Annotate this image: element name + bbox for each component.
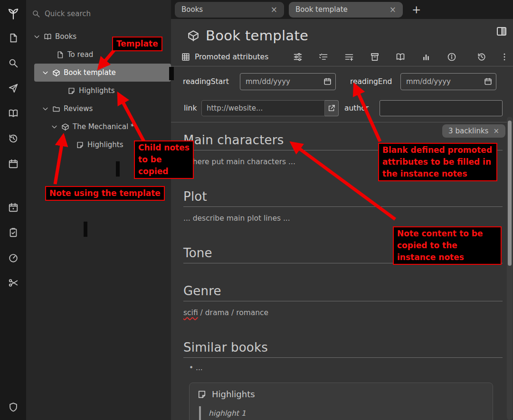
calendar-icon[interactable] bbox=[8, 159, 19, 169]
backlinks-badge[interactable]: 3 backlinks × bbox=[442, 124, 505, 138]
attr-label-reading-start: readingStart bbox=[183, 77, 240, 86]
child-note-title: Highlights bbox=[212, 389, 255, 399]
section-tone: Tone bbox=[183, 246, 503, 263]
sprout-logo-icon[interactable] bbox=[7, 8, 19, 20]
close-icon[interactable]: × bbox=[390, 6, 396, 14]
book-open-icon bbox=[44, 33, 52, 41]
tree-item-to-read[interactable]: To read bbox=[26, 46, 171, 64]
section-heading[interactable]: Tone bbox=[183, 246, 503, 260]
book-open-icon[interactable] bbox=[396, 52, 405, 62]
note-icon[interactable] bbox=[8, 33, 19, 43]
attr-label-reading-end: readingEnd bbox=[350, 77, 400, 86]
attr-label-author: author bbox=[344, 104, 380, 112]
tree-item-book-template[interactable]: Book template bbox=[34, 64, 171, 82]
close-icon[interactable]: × bbox=[493, 127, 499, 135]
sliders-icon[interactable] bbox=[293, 52, 303, 62]
bar-chart-icon[interactable] bbox=[421, 52, 431, 62]
tree-item-label: To read bbox=[67, 50, 93, 59]
heading-divider bbox=[183, 301, 503, 301]
tree-item-label: Book template bbox=[64, 68, 116, 77]
tab-books[interactable]: Books × bbox=[175, 2, 284, 18]
tree-item-label: Books bbox=[55, 32, 76, 41]
note-corner-icon bbox=[76, 141, 84, 149]
tree-item-highlights[interactable]: Highlights bbox=[26, 82, 171, 100]
section-body[interactable]: scifi / drama / romance bbox=[183, 308, 503, 318]
section-heading[interactable]: Plot bbox=[183, 189, 503, 204]
open-link-button[interactable] bbox=[325, 100, 339, 116]
tree-item-books[interactable]: Books bbox=[26, 28, 171, 46]
section-body[interactable]: ... here put main characters ... bbox=[183, 157, 503, 167]
tree-item-highlights-2[interactable]: Highlights bbox=[26, 136, 171, 154]
calendar-icon[interactable] bbox=[323, 77, 332, 85]
section-body[interactable]: ... describe main plot lines ... bbox=[183, 214, 503, 224]
note-editor[interactable]: Main characters ... here put main charac… bbox=[171, 122, 513, 420]
misspelled-word: scifi bbox=[183, 308, 198, 317]
heading-divider bbox=[183, 357, 503, 358]
chevron-down-icon[interactable] bbox=[51, 123, 58, 131]
tab-bar: Books × Book template × + bbox=[171, 0, 513, 19]
archive-icon[interactable] bbox=[370, 52, 380, 62]
folder-icon bbox=[52, 105, 60, 113]
search-icon[interactable] bbox=[8, 58, 19, 68]
tab-label: Books bbox=[181, 5, 203, 14]
list-check-icon[interactable] bbox=[319, 52, 328, 62]
split-pane-icon[interactable] bbox=[496, 26, 507, 37]
chevron-down-icon[interactable] bbox=[33, 33, 40, 40]
ribbon-tab-label: Promoted attributes bbox=[195, 53, 268, 61]
note-corner-icon bbox=[67, 87, 76, 95]
attr-label-link: link bbox=[184, 104, 201, 112]
reading-end-input[interactable] bbox=[400, 73, 496, 90]
tree-item-the-mechanical[interactable]: The Mechanical * bbox=[26, 118, 171, 136]
package-icon bbox=[61, 123, 69, 131]
backlinks-label: 3 backlinks bbox=[448, 127, 488, 135]
file-icon bbox=[56, 51, 64, 59]
scissors-icon[interactable] bbox=[8, 278, 19, 288]
history-icon[interactable] bbox=[8, 133, 19, 144]
calendar-icon[interactable] bbox=[484, 77, 492, 85]
note-title[interactable]: Book template bbox=[206, 28, 308, 44]
section-genre: Genre scifi / drama / romance bbox=[183, 284, 503, 318]
chevron-down-icon[interactable] bbox=[42, 69, 49, 76]
quick-search-input[interactable] bbox=[45, 9, 140, 18]
tree-item-label: Highlights bbox=[79, 86, 115, 95]
new-tab-button[interactable]: + bbox=[412, 3, 421, 16]
tree-item-label: Reviews bbox=[64, 104, 93, 113]
package-icon bbox=[52, 69, 60, 77]
chevron-down-icon[interactable] bbox=[42, 105, 49, 112]
reading-start-input[interactable] bbox=[240, 73, 336, 90]
search-icon bbox=[32, 9, 40, 18]
kebab-menu-icon[interactable] bbox=[503, 52, 506, 62]
tasks-icon[interactable] bbox=[8, 227, 19, 238]
close-icon[interactable]: × bbox=[271, 6, 277, 14]
ribbon: Promoted attributes bbox=[171, 47, 513, 66]
list-plus-icon[interactable] bbox=[344, 52, 354, 62]
section-heading[interactable]: Genre bbox=[183, 284, 503, 298]
send-icon[interactable] bbox=[8, 83, 19, 93]
heading-divider bbox=[183, 150, 503, 150]
book-open-icon[interactable] bbox=[8, 108, 19, 119]
ribbon-tab-promoted-attributes[interactable]: Promoted attributes bbox=[181, 53, 268, 61]
section-plot: Plot ... describe main plot lines ... bbox=[183, 189, 503, 224]
heading-divider bbox=[183, 263, 503, 263]
scrollbar-thumb[interactable] bbox=[508, 121, 512, 266]
main-pane: Books × Book template × + Book template … bbox=[171, 0, 513, 420]
quick-search[interactable] bbox=[26, 0, 171, 28]
child-note-card: Highlights highlght 1 bbox=[189, 383, 493, 420]
tab-book-template[interactable]: Book template × bbox=[289, 2, 403, 18]
shield-icon[interactable] bbox=[8, 402, 19, 412]
link-input[interactable] bbox=[201, 100, 325, 116]
author-input[interactable] bbox=[380, 100, 503, 116]
launcher-bar bbox=[0, 0, 26, 420]
history-icon[interactable] bbox=[477, 52, 486, 62]
tree-item-label: Highlights bbox=[87, 140, 124, 149]
dashboard-icon[interactable] bbox=[8, 252, 19, 263]
child-note-title-row[interactable]: Highlights bbox=[197, 389, 485, 399]
external-link-icon bbox=[328, 104, 335, 112]
section-heading[interactable]: Similar books bbox=[183, 340, 503, 355]
grid-icon bbox=[181, 53, 190, 61]
bullet-item[interactable]: ... bbox=[183, 364, 503, 372]
info-icon[interactable] bbox=[447, 52, 456, 62]
tree-item-reviews[interactable]: Reviews bbox=[26, 100, 171, 118]
section-main-characters: Main characters ... here put main charac… bbox=[183, 133, 503, 167]
calendar-star-icon[interactable] bbox=[8, 202, 19, 213]
